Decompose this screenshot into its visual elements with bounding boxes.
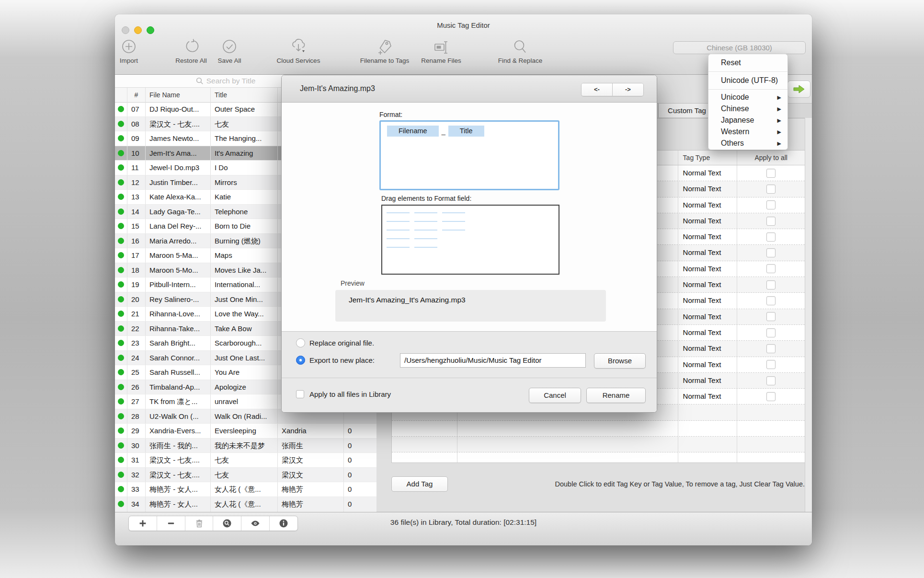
drag-element-chip[interactable] <box>414 230 437 231</box>
remove-file-button[interactable] <box>157 516 185 531</box>
tag-key-cell[interactable] <box>392 437 457 452</box>
drag-element-chip[interactable] <box>414 247 437 248</box>
drag-element-chip[interactable] <box>414 238 437 239</box>
menu-item-submenu[interactable]: Others ▶ <box>708 138 787 149</box>
file-row[interactable]: 30 张雨生 - 我的... 我的未来不是梦 张雨生 0 <box>115 439 376 453</box>
cancel-button[interactable]: Cancel <box>529 388 581 403</box>
tag-value-cell[interactable] <box>457 452 678 463</box>
tag-key-cell[interactable] <box>392 421 457 436</box>
drag-element-chip[interactable] <box>414 212 437 213</box>
apply-checkbox[interactable] <box>766 296 776 305</box>
menu-item-submenu[interactable]: Chinese ▶ <box>708 103 787 115</box>
number-column-header[interactable]: # <box>127 88 146 102</box>
empty-tag-row[interactable] <box>392 452 805 463</box>
delete-button[interactable] <box>185 516 214 531</box>
add-file-button[interactable] <box>129 516 157 531</box>
drag-element-chip[interactable] <box>414 221 437 222</box>
tag-value-cell[interactable] <box>457 421 678 436</box>
toolbar-find-replace-button[interactable]: Find & Replace <box>484 38 556 64</box>
menu-item-submenu[interactable]: Western ▶ <box>708 126 787 138</box>
apply-to-all-column-header[interactable]: Apply to all <box>737 150 805 165</box>
apply-checkbox[interactable] <box>766 264 776 273</box>
apply-all-files-checkbox[interactable] <box>296 390 304 398</box>
tag-type-cell[interactable]: Normal Text <box>678 277 738 292</box>
apply-checkbox[interactable] <box>766 248 776 257</box>
file-row[interactable]: 34 梅艳芳 - 女人... 女人花 (《意... 梅艳芳 0 <box>115 497 376 512</box>
apply-checkbox[interactable] <box>766 185 776 194</box>
toolbar-rename-files-button[interactable]: Rename Files <box>405 38 477 64</box>
tag-type-cell[interactable]: Normal Text <box>678 213 738 229</box>
drag-element-chip[interactable] <box>442 212 465 213</box>
menu-item-submenu[interactable]: Unicode ▶ <box>708 92 787 103</box>
tag-type-cell[interactable]: Normal Text <box>678 197 738 213</box>
add-tag-button[interactable]: Add Tag <box>391 476 448 492</box>
tag-type-cell[interactable]: Normal Text <box>678 373 738 388</box>
tag-type-cell[interactable]: Normal Text <box>678 229 738 244</box>
export-path-field[interactable]: /Users/hengzhuoliu/Music/Music Tag Edito… <box>400 353 586 368</box>
tag-type-cell[interactable] <box>678 437 738 452</box>
menu-item-unicode-utf8[interactable]: Unicode (UTF-8) <box>708 74 787 87</box>
tag-type-cell[interactable]: Normal Text <box>678 245 738 260</box>
menu-item-submenu[interactable]: Japanese ▶ <box>708 115 787 126</box>
info-button[interactable] <box>270 516 297 531</box>
apply-checkbox[interactable] <box>766 200 776 209</box>
tag-type-cell[interactable] <box>678 421 738 436</box>
replace-original-radio[interactable] <box>296 338 305 347</box>
drag-element-chip[interactable] <box>442 230 465 231</box>
apply-checkbox[interactable] <box>766 328 776 337</box>
file-row[interactable]: 31 梁汉文 - 七友.... 七友 梁汉文 0 <box>115 453 376 468</box>
panel-scrollbar[interactable] <box>805 118 812 512</box>
tag-type-cell[interactable]: Normal Text <box>678 341 738 356</box>
tag-type-cell[interactable]: Normal Text <box>678 293 738 308</box>
file-row[interactable]: 32 梁汉文 - 七友.... 七友 梁汉文 0 <box>115 468 376 483</box>
toolbar-cloud-services-button[interactable]: Cloud Services <box>262 38 334 64</box>
drag-element-chip[interactable] <box>387 221 410 222</box>
empty-tag-row[interactable] <box>392 421 805 437</box>
tab-custom-tag[interactable]: Custom Tag <box>658 104 716 117</box>
previous-file-button[interactable]: <- <box>582 83 613 96</box>
format-field[interactable]: Filename_Title <box>379 120 559 190</box>
apply-checkbox[interactable] <box>766 392 776 401</box>
apply-checkbox[interactable] <box>766 376 776 385</box>
tag-type-cell[interactable]: Normal Text <box>678 181 738 197</box>
status-column-header[interactable] <box>115 88 127 102</box>
next-file-button[interactable]: -> <box>613 83 643 96</box>
drag-element-chip[interactable] <box>387 238 410 239</box>
empty-tag-row[interactable] <box>392 437 805 452</box>
drag-element-chip[interactable] <box>387 230 410 231</box>
toolbar-save-all-button[interactable]: Save All <box>194 38 265 64</box>
tag-value-cell[interactable] <box>457 437 678 452</box>
tag-type-cell[interactable] <box>678 452 738 463</box>
tag-type-cell[interactable]: Normal Text <box>678 165 738 181</box>
apply-checkbox[interactable] <box>766 312 776 321</box>
format-token-filename[interactable]: Filename <box>387 126 439 137</box>
rename-button[interactable]: Rename <box>586 388 646 403</box>
drag-element-chip[interactable] <box>387 247 410 248</box>
menu-item-reset[interactable]: Reset <box>708 56 787 69</box>
tag-type-cell[interactable]: Normal Text <box>678 325 738 340</box>
encoding-field[interactable]: Chinese (GB 18030) <box>673 41 806 54</box>
search-library-button[interactable] <box>213 516 241 531</box>
apply-checkbox[interactable] <box>766 169 776 178</box>
apply-checkbox[interactable] <box>766 360 776 369</box>
tag-type-cell[interactable]: Normal Text <box>678 309 738 324</box>
file-row[interactable]: 33 梅艳芳 - 女人... 女人花 (《意... 梅艳芳 0 <box>115 482 376 497</box>
tag-type-cell[interactable]: Normal Text <box>678 261 738 277</box>
tag-type-column-header[interactable]: Tag Type <box>678 150 738 165</box>
tag-key-cell[interactable] <box>392 452 457 463</box>
preview-button[interactable] <box>241 516 270 531</box>
apply-encoding-button[interactable] <box>787 81 810 98</box>
tag-type-cell[interactable] <box>678 405 738 420</box>
title-column-header[interactable]: Title <box>211 88 278 102</box>
browse-button[interactable]: Browse <box>594 353 646 369</box>
apply-checkbox[interactable] <box>766 232 776 242</box>
drag-element-chip[interactable] <box>442 221 465 222</box>
apply-checkbox[interactable] <box>766 280 776 289</box>
apply-checkbox[interactable] <box>766 217 776 226</box>
tag-type-cell[interactable]: Normal Text <box>678 389 738 404</box>
apply-checkbox[interactable] <box>766 344 776 353</box>
file-row[interactable]: 29 Xandria-Evers... Eversleeping Xandria… <box>115 424 376 439</box>
format-token-title[interactable]: Title <box>448 126 484 137</box>
tag-type-cell[interactable]: Normal Text <box>678 357 738 372</box>
export-new-place-radio[interactable] <box>296 356 305 365</box>
